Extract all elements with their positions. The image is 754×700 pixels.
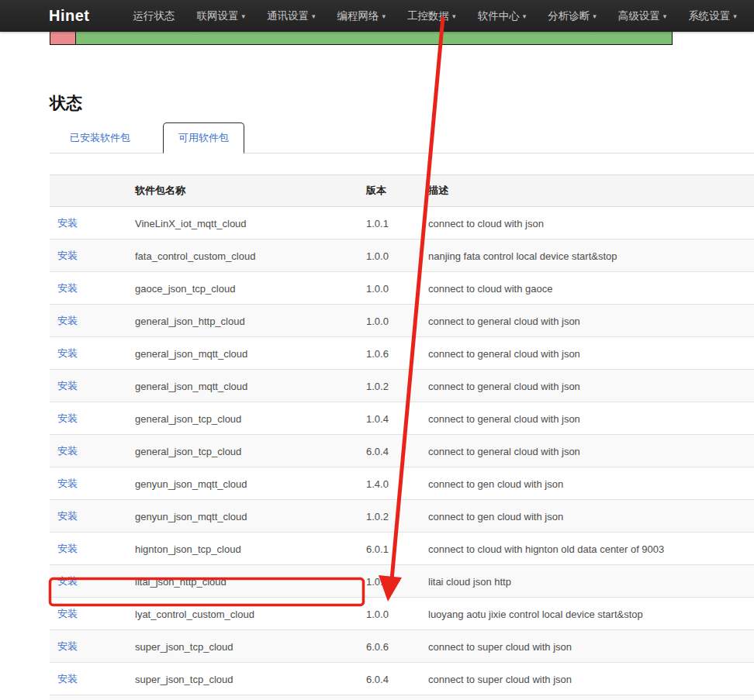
cell-install: 安装: [50, 240, 127, 272]
install-link[interactable]: 安装: [57, 575, 78, 587]
cell-package-name: general_json_mqtt_cloud: [127, 370, 358, 402]
nav-item-label: 系统设置: [688, 10, 730, 22]
cell-version: 1.0.0: [358, 240, 420, 272]
nav-item-run-status[interactable]: 运行状态: [123, 0, 186, 33]
table-row: 安装genyun_json_mqtt_cloud1.4.0connect to …: [50, 467, 754, 500]
cell-package-name: fata_control_custom_cloud: [127, 240, 358, 272]
nav-item-label: 分析诊断: [548, 10, 590, 22]
chevron-down-icon: ▾: [452, 12, 456, 20]
table-row: 安装genyun_json_mqtt_cloud1.0.2connect to …: [50, 500, 754, 533]
table-row: 安装xazt_control_custom_cloud1.0.0xian zhi…: [50, 695, 754, 700]
cell-install: 安装: [50, 598, 127, 630]
install-link[interactable]: 安装: [57, 282, 78, 294]
cell-package-name: super_json_tcp_cloud: [127, 663, 358, 695]
cell-install: 安装: [50, 402, 127, 435]
cell-description: luoyang aotu jixie control local device …: [420, 598, 754, 630]
cell-package-name: general_json_tcp_cloud: [127, 435, 358, 467]
table-row: 安装general_json_tcp_cloud1.0.4connect to …: [50, 402, 754, 435]
cell-install: 安装: [50, 337, 127, 370]
table-header-row: 软件包名称 版本 描述: [50, 175, 754, 207]
install-link[interactable]: 安装: [57, 640, 78, 652]
cell-package-name: hignton_json_tcp_cloud: [127, 533, 358, 565]
cell-package-name: super_json_tcp_cloud: [127, 630, 358, 663]
cell-version: 1.0.0: [358, 695, 420, 700]
nav-item-label: 联网设置: [197, 10, 239, 22]
cell-version: 1.0.0: [358, 272, 420, 305]
chevron-down-icon: ▾: [663, 12, 667, 20]
nav-menu: 运行状态联网设置▾通讯设置▾编程网络▾工控数据▾软件中心▾分析诊断▾高级设置▾系…: [123, 0, 754, 33]
tab-installed[interactable]: 已安装软件包: [57, 123, 143, 153]
table-row: 安装super_json_tcp_cloud6.0.4connect to su…: [50, 663, 754, 695]
cell-description: connect to cloud with gaoce: [420, 272, 754, 305]
nav-item-label: 运行状态: [133, 10, 175, 22]
cell-description: connect to general cloud with json: [420, 337, 754, 370]
nav-item-system-settings[interactable]: 系统设置▾: [677, 0, 748, 33]
install-link[interactable]: 安装: [57, 510, 78, 522]
cell-version: 6.0.1: [358, 533, 420, 565]
nav-item-logout[interactable]: 退出: [748, 0, 754, 33]
cell-install: 安装: [50, 565, 127, 598]
package-table: 软件包名称 版本 描述 安装VineLinX_iot_mqtt_cloud1.0…: [50, 174, 754, 700]
table-row: 安装gaoce_json_tcp_cloud1.0.0connect to cl…: [50, 272, 754, 305]
cell-description: connect to gen cloud with json: [420, 467, 754, 500]
nav-item-programming-network[interactable]: 编程网络▾: [327, 0, 397, 33]
install-link[interactable]: 安装: [57, 543, 78, 554]
cell-package-name: general_json_tcp_cloud: [127, 402, 358, 435]
nav-item-label: 编程网络: [337, 10, 379, 22]
nav-item-network-settings[interactable]: 联网设置▾: [186, 0, 257, 33]
cell-version: 1.4.0: [358, 467, 420, 500]
cell-install: 安装: [50, 630, 127, 663]
cell-install: 安装: [50, 695, 127, 700]
cell-description: nanjing fata control local device start&…: [420, 240, 754, 272]
cell-package-name: genyun_json_mqtt_cloud: [127, 467, 358, 500]
cell-install: 安装: [50, 370, 127, 402]
cell-version: 1.0.2: [358, 500, 420, 533]
nav-item-industrial-data[interactable]: 工控数据▾: [396, 0, 467, 33]
brand-logo[interactable]: Hinet: [49, 7, 90, 25]
nav-item-label: 通讯设置: [267, 10, 309, 22]
chevron-down-icon: ▾: [523, 12, 527, 20]
nav-item-software-center[interactable]: 软件中心▾: [467, 0, 538, 33]
cell-install: 安装: [50, 467, 127, 500]
install-link[interactable]: 安装: [57, 445, 78, 457]
cell-description: connect to gen cloud with json: [420, 500, 754, 533]
cell-version: 1.0.2: [358, 370, 420, 402]
cell-description: xian zhitong control local device start&…: [420, 695, 754, 700]
tab-available[interactable]: 可用软件包: [163, 122, 244, 153]
cell-description: connect to general cloud with json: [420, 305, 754, 337]
nav-item-label: 工控数据: [407, 10, 449, 22]
chevron-down-icon: ▾: [593, 12, 597, 20]
install-link[interactable]: 安装: [57, 380, 78, 391]
chevron-down-icon: ▾: [382, 12, 386, 20]
install-link[interactable]: 安装: [57, 250, 78, 261]
table-row: 安装litai_json_http_cloud1.0.1litai cloud …: [50, 565, 754, 598]
chevron-down-icon: ▾: [312, 12, 316, 20]
cell-install: 安装: [50, 305, 127, 337]
cell-description: connect to super cloud with json: [420, 630, 754, 663]
cell-package-name: lyat_control_custom_cloud: [127, 598, 358, 630]
install-link[interactable]: 安装: [57, 673, 78, 684]
table-row-highlighted: 安装super_json_tcp_cloud6.0.6connect to su…: [50, 630, 754, 663]
install-link[interactable]: 安装: [57, 412, 78, 424]
install-link[interactable]: 安装: [57, 608, 78, 619]
cell-description: connect to general cloud with json: [420, 435, 754, 467]
table-row: 安装lyat_control_custom_cloud1.0.0luoyang …: [50, 598, 754, 630]
table-row: 安装hignton_json_tcp_cloud6.0.1connect to …: [50, 533, 754, 565]
nav-item-label: 软件中心: [478, 10, 520, 22]
install-link[interactable]: 安装: [57, 315, 78, 326]
nav-item-advanced-settings[interactable]: 高级设置▾: [607, 0, 678, 33]
install-link[interactable]: 安装: [57, 347, 78, 359]
install-link[interactable]: 安装: [57, 217, 78, 229]
nav-item-analysis-diagnosis[interactable]: 分析诊断▾: [537, 0, 607, 33]
cell-version: 6.0.4: [358, 435, 420, 467]
nav-item-comm-settings[interactable]: 通讯设置▾: [256, 0, 327, 33]
cell-install: 安装: [50, 272, 127, 305]
cell-description: connect to general cloud with json: [420, 370, 754, 402]
header-description: 描述: [420, 175, 754, 207]
package-tabs: 已安装软件包可用软件包: [50, 124, 754, 153]
table-row: 安装general_json_tcp_cloud6.0.4connect to …: [50, 435, 754, 467]
cell-package-name: general_json_mqtt_cloud: [127, 337, 358, 370]
table-row: 安装general_json_http_cloud1.0.0connect to…: [50, 305, 754, 337]
install-link[interactable]: 安装: [57, 478, 78, 489]
cell-version: 6.0.4: [358, 663, 420, 695]
